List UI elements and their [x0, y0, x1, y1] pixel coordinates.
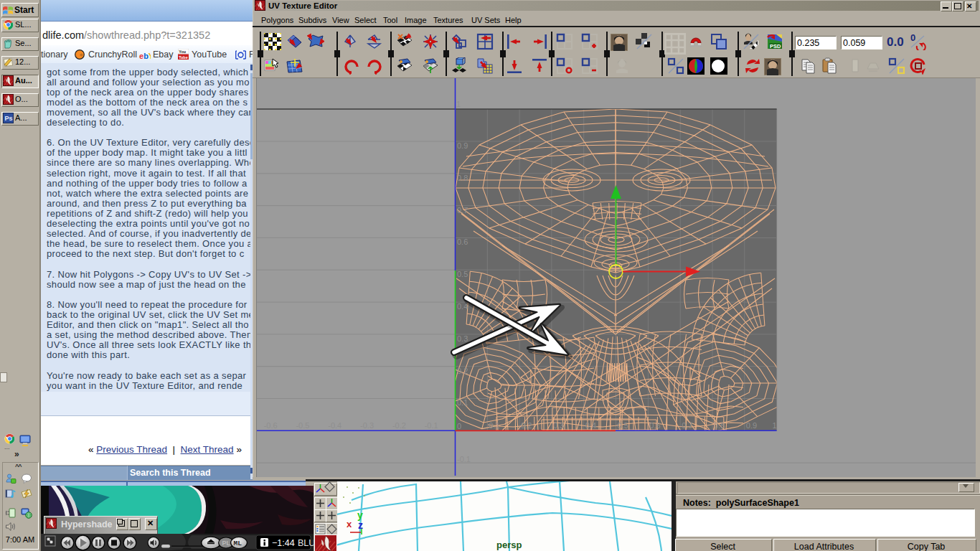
svg-text:BLU: BLU: [298, 538, 314, 548]
svg-text:z: z: [358, 519, 363, 531]
svg-text:0: 0: [910, 33, 915, 43]
svg-text:You: You: [179, 50, 186, 54]
svg-text:-0.2: -0.2: [392, 421, 406, 430]
svg-text:0.9: 0.9: [457, 141, 468, 150]
svg-text:1: 1: [773, 421, 777, 430]
svg-text:ebY: ebY: [139, 52, 151, 60]
svg-text:-0.3: -0.3: [360, 421, 374, 430]
svg-text:-0.5: -0.5: [296, 421, 309, 430]
svg-text:0.6: 0.6: [649, 421, 660, 430]
svg-text:ML: ML: [234, 540, 242, 547]
svg-text:0.6: 0.6: [457, 237, 468, 246]
svg-text:PSD: PSD: [770, 43, 781, 50]
svg-text:PL: PL: [222, 540, 231, 547]
svg-text:x: x: [347, 519, 352, 529]
svg-text:1: 1: [456, 100, 461, 108]
svg-text:-0.4: -0.4: [328, 421, 341, 430]
svg-text:0.9: 0.9: [746, 421, 757, 430]
svg-text:0.8: 0.8: [457, 174, 468, 182]
svg-text:-0.1: -0.1: [425, 421, 438, 430]
svg-text:0.5: 0.5: [618, 421, 628, 430]
svg-text:0.8: 0.8: [714, 421, 725, 430]
svg-text:0.1: 0.1: [457, 398, 468, 407]
svg-text:0.7: 0.7: [457, 206, 468, 215]
svg-text:0.5: 0.5: [457, 270, 468, 278]
svg-text:0: 0: [457, 422, 461, 430]
svg-text:0.1: 0.1: [489, 421, 499, 430]
svg-text:Ps: Ps: [4, 115, 12, 122]
svg-text:0.4: 0.4: [585, 421, 596, 430]
svg-text:Tube: Tube: [179, 55, 187, 60]
svg-text:-0.1: -0.1: [457, 455, 471, 463]
svg-text:-0.6: -0.6: [264, 421, 278, 430]
svg-text:0.3: 0.3: [553, 421, 564, 430]
svg-text:0.2: 0.2: [521, 421, 532, 430]
svg-text:−1:44: −1:44: [272, 538, 295, 548]
svg-text:0.2: 0.2: [457, 367, 468, 375]
svg-text:0.7: 0.7: [682, 421, 692, 430]
svg-text:persp: persp: [496, 540, 522, 550]
svg-text:0.3: 0.3: [457, 334, 468, 343]
